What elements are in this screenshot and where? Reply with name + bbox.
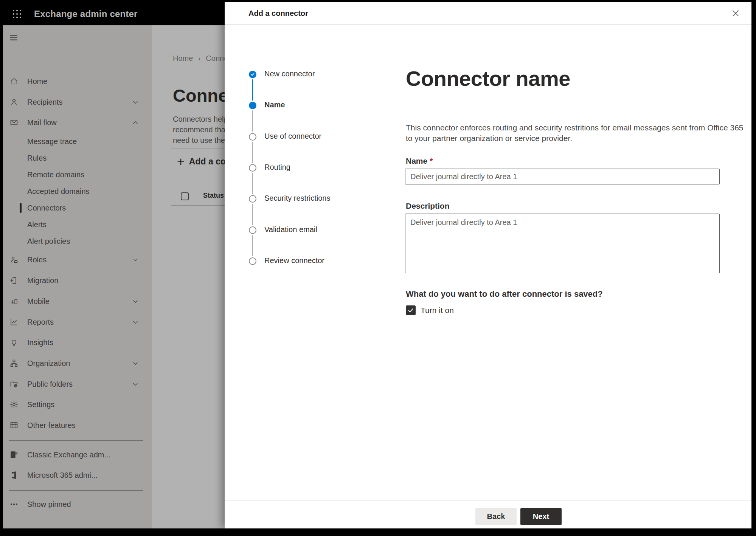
close-button[interactable]: [728, 6, 743, 21]
close-icon: [731, 9, 740, 18]
step-connector-line: [252, 142, 253, 163]
step-label-new-connector[interactable]: New connector: [264, 70, 315, 78]
wizard-content: Connector name This connector enforces r…: [380, 25, 751, 500]
step-label-security-restrictions[interactable]: Security restrictions: [264, 194, 331, 203]
step-connector-line: [252, 235, 253, 256]
panel-header: Add a connector: [225, 2, 751, 25]
step-circle-name[interactable]: [249, 102, 256, 109]
step-circle-validation-email[interactable]: [249, 226, 256, 234]
step-description: This connector enforces routing and secu…: [406, 122, 744, 144]
wizard-steps: New connectorNameUse of connectorRouting…: [225, 25, 380, 528]
add-connector-panel: Add a connector New connectorNameUse of …: [225, 2, 751, 528]
step-circle-security-restrictions[interactable]: [249, 195, 256, 203]
turn-it-on-row[interactable]: Turn it on: [406, 305, 454, 315]
next-button[interactable]: Next: [520, 508, 562, 525]
after-save-question: What do you want to do after connector i…: [406, 289, 603, 299]
step-label-validation-email[interactable]: Validation email: [264, 225, 317, 234]
check-icon: [407, 307, 414, 314]
step-circle-review-connector[interactable]: [249, 257, 256, 265]
step-label-use-of-connector[interactable]: Use of connector: [264, 132, 321, 141]
turn-it-on-label: Turn it on: [421, 306, 454, 315]
description-label: Description: [406, 201, 450, 211]
step-label-routing[interactable]: Routing: [264, 163, 290, 172]
step-circle-use-of-connector[interactable]: [249, 133, 256, 141]
name-input[interactable]: [405, 169, 720, 184]
step-circle-new-connector[interactable]: [249, 71, 256, 78]
panel-title: Add a connector: [248, 2, 308, 25]
step-connector-line: [252, 173, 253, 194]
panel-footer: Back Next: [225, 500, 751, 528]
app-window: Exchange admin center HomeRecipientsMail…: [3, 2, 751, 528]
step-circle-routing[interactable]: [249, 164, 256, 172]
step-connector-line: [252, 204, 253, 225]
turn-it-on-checkbox[interactable]: [406, 305, 416, 315]
step-heading: Connector name: [406, 66, 570, 91]
required-asterisk: *: [430, 156, 433, 165]
check-icon: [250, 72, 255, 77]
step-label-name[interactable]: Name: [264, 101, 285, 109]
name-label: Name*: [406, 156, 433, 166]
description-input[interactable]: Deliver journal directly to Area 1: [405, 214, 720, 273]
back-button[interactable]: Back: [475, 508, 517, 525]
step-connector-line: [252, 110, 253, 132]
step-label-review-connector[interactable]: Review connector: [264, 256, 324, 265]
step-connector-line: [252, 79, 253, 101]
